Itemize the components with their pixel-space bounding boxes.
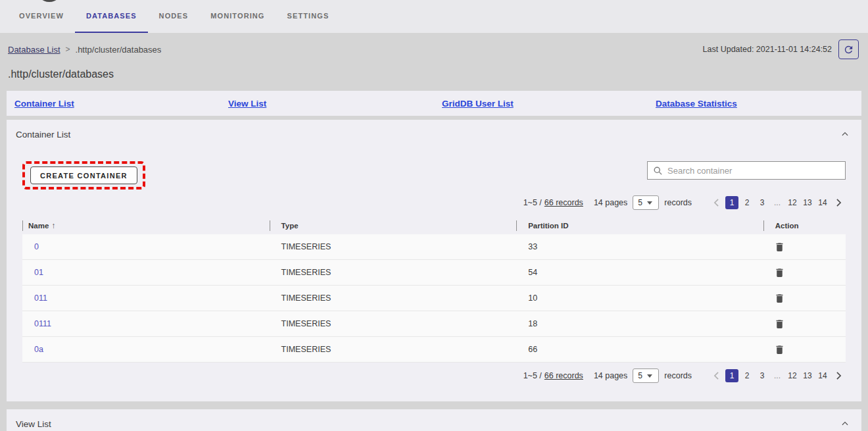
tab-nodes[interactable]: NODES [148,0,200,33]
last-updated-area: Last Updated: 2021-11-01 14:24:52 [703,39,859,59]
pager-page-2[interactable]: 2 [740,369,754,382]
caret-down-icon [647,201,652,205]
container-list-panel-title: Container List [16,130,70,139]
pager-page-14[interactable]: 14 [816,369,829,382]
pagination-records-suffix: records [664,371,692,380]
page-title: .http/cluster/databases [7,66,861,91]
pagination-range-label: 1~5 / [523,371,542,380]
container-table: Name ↑ Type Partition ID Action 0 TI [22,217,846,363]
refresh-icon [843,44,854,55]
page-size-select[interactable]: 5 [633,368,659,383]
page-size-value: 5 [638,371,642,380]
trash-icon [774,344,785,355]
pager-prev-button[interactable] [709,196,723,209]
container-list-panel: Container List CREATE CONTAINER [7,120,861,401]
partition-id-cell: 18 [516,319,763,328]
trash-icon [774,293,785,304]
pager-page-12[interactable]: 12 [786,196,799,209]
table-row: 011 TIMESERIES 10 [22,286,846,311]
container-name-link[interactable]: 0a [34,345,43,354]
partition-id-cell: 33 [516,242,763,251]
chevron-up-icon [840,419,850,428]
view-list-panel-title: View List [16,419,51,429]
trash-icon [774,318,785,330]
delete-container-button[interactable] [773,292,786,305]
quick-link-griddb-user-list[interactable]: GridDB User List [442,99,514,109]
table-row: 0 TIMESERIES 33 [22,234,846,260]
column-header-type-label: Type [281,222,299,230]
quick-link-database-statistics[interactable]: Database Statistics [656,99,737,109]
quick-link-container-list[interactable]: Container List [14,99,74,109]
partition-id-cell: 54 [516,268,763,277]
pagination-total-records-link[interactable]: 66 records [544,198,583,207]
delete-container-button[interactable] [773,240,786,254]
container-name-link[interactable]: 011 [34,293,47,303]
delete-container-button[interactable] [773,343,786,357]
pager-bottom: 1 2 3 ... 12 13 14 [709,369,846,382]
last-updated-label: Last Updated: 2021-11-01 14:24:52 [703,45,832,54]
page-size-select[interactable]: 5 [633,195,659,210]
pager-page-2[interactable]: 2 [740,196,754,209]
tab-overview[interactable]: OVERVIEW [8,0,75,33]
breadcrumb: Database List > .http/cluster/databases [8,45,161,55]
pager-ellipsis: ... [771,369,784,382]
container-name-link[interactable]: 01 [34,268,43,277]
column-header-type[interactable]: Type [270,220,517,231]
tab-databases[interactable]: DATABASES [75,0,148,33]
breadcrumb-current: .http/cluster/databases [76,45,162,55]
trash-icon [774,241,785,253]
create-container-button[interactable]: CREATE CONTAINER [30,166,137,184]
container-type-cell: TIMESERIES [270,293,517,303]
search-container-input[interactable] [667,166,840,176]
view-list-panel-header: View List [7,409,861,431]
tab-settings[interactable]: SETTINGS [276,0,341,33]
pagination-range-label: 1~5 / [523,198,542,207]
pager-page-13[interactable]: 13 [801,369,814,382]
container-type-cell: TIMESERIES [270,242,517,251]
column-header-partition-id[interactable]: Partition ID [516,220,763,231]
trash-icon [774,267,785,278]
pager-page-12[interactable]: 12 [786,369,799,382]
container-name-link[interactable]: 0 [34,242,39,251]
partition-id-cell: 10 [516,293,763,303]
quick-link-view-list[interactable]: View List [228,99,266,109]
breadcrumb-database-list-link[interactable]: Database List [8,45,60,55]
view-list-panel: View List [7,409,861,431]
pager-page-13[interactable]: 13 [801,196,814,209]
pager-top: 1 2 3 ... 12 13 14 [709,196,846,209]
pager-page-1[interactable]: 1 [725,369,738,382]
pager-page-3[interactable]: 3 [756,369,769,382]
breadcrumb-separator: > [66,45,70,54]
pagination-records-suffix: records [664,198,692,207]
refresh-button[interactable] [838,39,859,59]
pager-page-14[interactable]: 14 [816,196,829,209]
table-row: 0111 TIMESERIES 18 [22,311,846,337]
table-row: 0a TIMESERIES 66 [22,337,846,363]
pager-page-3[interactable]: 3 [756,196,769,209]
top-tab-bar: OVERVIEW DATABASES NODES MONITORING SETT… [0,0,868,33]
tab-monitoring[interactable]: MONITORING [199,0,276,33]
container-name-link[interactable]: 0111 [34,319,51,328]
delete-container-button[interactable] [773,266,786,280]
search-icon [653,166,663,176]
pager-prev-button[interactable] [709,369,723,382]
breadcrumb-row: Database List > .http/cluster/databases … [7,33,861,66]
column-header-name[interactable]: Name ↑ [22,220,270,231]
pagination-total-records-link[interactable]: 66 records [544,371,583,380]
column-header-partition-id-label: Partition ID [528,222,568,230]
container-list-panel-header: Container List [7,120,861,147]
container-table-header: Name ↑ Type Partition ID Action [22,217,846,234]
page-size-value: 5 [638,198,642,207]
quick-links-bar: Container List View List GridDB User Lis… [7,91,861,116]
partition-id-cell: 66 [516,345,763,354]
delete-container-button[interactable] [773,317,786,331]
pager-next-button[interactable] [831,369,846,382]
view-list-collapse-button[interactable] [839,418,851,430]
column-header-action-label: Action [775,222,799,230]
main-tabs: OVERVIEW DATABASES NODES MONITORING SETT… [0,0,868,33]
pager-page-1[interactable]: 1 [725,196,738,209]
container-type-cell: TIMESERIES [270,268,517,277]
pager-next-button[interactable] [831,196,846,209]
pager-ellipsis: ... [771,196,784,209]
container-list-collapse-button[interactable] [839,128,851,140]
